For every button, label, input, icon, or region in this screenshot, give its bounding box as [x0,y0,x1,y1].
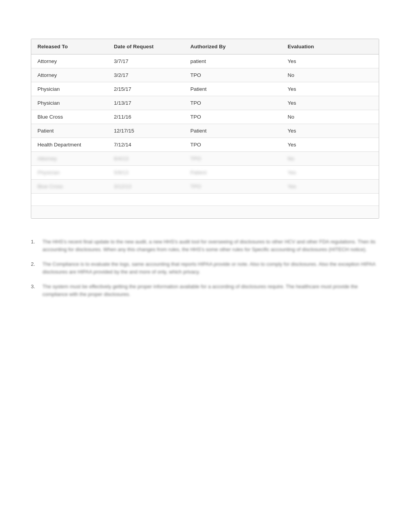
note-number: 3. [31,283,38,289]
note-text: The Compliance is to evaluate the logs, … [42,260,379,276]
table-cell-date: 2/15/17 [108,82,184,96]
table-cell-authorized_by: Patient [184,124,281,138]
disclosure-table: Released To Date of Request Authorized B… [31,39,379,218]
table-header-row: Released To Date of Request Authorized B… [31,39,379,54]
table-cell-date: 2/11/16 [108,110,184,124]
table-cell-evaluation: Yes [281,54,379,68]
table-cell-authorized_by: TPO [184,180,281,194]
table-cell-date: 1/13/17 [108,96,184,110]
table-cell-authorized_by: TPO [184,96,281,110]
table-cell-evaluation: Yes [281,180,379,194]
col-header-evaluation: Evaluation [281,39,379,54]
table-row: Attorney6/4/13TPONo [31,152,379,166]
table-cell-authorized_by: TPO [184,68,281,82]
note-item: 1.The HHS's recent final update to the n… [31,238,379,253]
table-cell-released_to: Attorney [31,54,108,68]
table-row: Physician2/15/17PatientYes [31,82,379,96]
table-cell-evaluation: No [281,110,379,124]
table-row [31,194,379,206]
table-row: Physician1/13/17TPOYes [31,96,379,110]
table-cell-evaluation: Yes [281,138,379,152]
table-cell-evaluation: No [281,68,379,82]
table-cell-evaluation: Yes [281,124,379,138]
table-row: Attorney3/2/17TPONo [31,68,379,82]
page-container: Released To Date of Request Authorized B… [31,23,379,298]
table-cell-date: 3/12/13 [108,180,184,194]
note-text: The system must be effectively getting t… [42,283,379,298]
table-row [31,206,379,218]
table-cell-authorized_by: TPO [184,138,281,152]
table-cell-authorized_by: Patient [184,166,281,180]
table-cell-released_to: Attorney [31,68,108,82]
col-header-date: Date of Request [108,39,184,54]
table-cell-released_to: Physician [31,166,108,180]
disclosure-table-wrapper: Released To Date of Request Authorized B… [31,39,379,219]
table-cell-authorized_by: patient [184,54,281,68]
table-body: Attorney3/7/17patientYesAttorney3/2/17TP… [31,54,379,218]
table-cell-released_to: Patient [31,124,108,138]
table-cell-released_to: Health Department [31,138,108,152]
table-cell-date: 5/9/13 [108,166,184,180]
table-cell-released_to: Attorney [31,152,108,166]
table-row: Physician5/9/13PatientYes [31,166,379,180]
table-cell-evaluation: Yes [281,166,379,180]
note-number: 1. [31,238,38,245]
table-cell-released_to: Blue Cross [31,180,108,194]
table-row: Attorney3/7/17patientYes [31,54,379,68]
table-cell-date: 7/12/14 [108,138,184,152]
table-cell-evaluation: No [281,152,379,166]
col-header-released-to: Released To [31,39,108,54]
table-row: Health Department7/12/14TPOYes [31,138,379,152]
note-number: 2. [31,260,38,267]
table-cell-released_to: Physician [31,82,108,96]
note-item: 3.The system must be effectively getting… [31,283,379,298]
table-cell-date: 6/4/13 [108,152,184,166]
notes-section: 1.The HHS's recent final update to the n… [31,234,379,299]
table-cell-released_to: Physician [31,96,108,110]
table-cell-date: 12/17/15 [108,124,184,138]
col-header-authorized: Authorized By [184,39,281,54]
table-cell-evaluation: Yes [281,96,379,110]
table-cell-date: 3/2/17 [108,68,184,82]
table-row: Blue Cross3/12/13TPOYes [31,180,379,194]
table-cell-date: 3/7/17 [108,54,184,68]
table-row: Blue Cross2/11/16TPONo [31,110,379,124]
table-cell-authorized_by: TPO [184,110,281,124]
table-cell-authorized_by: TPO [184,152,281,166]
table-cell-authorized_by: Patient [184,82,281,96]
table-cell-evaluation: Yes [281,82,379,96]
note-item: 2.The Compliance is to evaluate the logs… [31,260,379,276]
note-text: The HHS's recent final update to the new… [42,238,379,253]
table-row: Patient12/17/15PatientYes [31,124,379,138]
table-cell-released_to: Blue Cross [31,110,108,124]
